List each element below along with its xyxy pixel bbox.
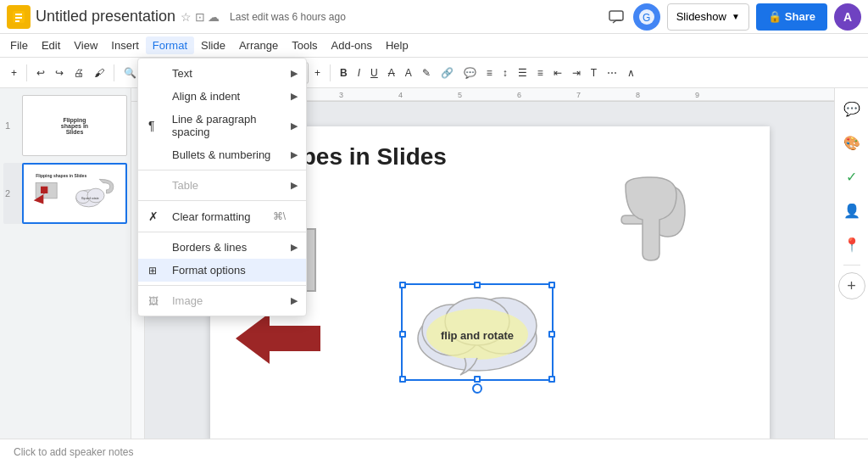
- redo-button[interactable]: ↪: [51, 61, 68, 85]
- svg-text:9: 9: [695, 91, 699, 99]
- link-button[interactable]: 🔗: [437, 61, 458, 85]
- bullets-submenu-arrow: ▶: [291, 149, 298, 160]
- bullets-button[interactable]: ☰: [514, 61, 531, 85]
- svg-rect-4: [609, 11, 623, 20]
- undo-button[interactable]: ↩: [32, 61, 49, 85]
- sidebar-maps-btn[interactable]: 📍: [838, 231, 865, 258]
- menu-tools[interactable]: Tools: [285, 36, 324, 54]
- image-submenu-arrow: ▶: [291, 295, 298, 306]
- toolbar-sep-5: [330, 64, 331, 81]
- speaker-notes[interactable]: Click to add speaker notes: [0, 439, 868, 464]
- svg-marker-23: [236, 313, 320, 364]
- menu-format[interactable]: Format: [146, 36, 194, 54]
- borders-submenu-arrow: ▶: [291, 242, 298, 253]
- slideshow-button[interactable]: Slideshow ▼: [667, 3, 749, 31]
- avatar[interactable]: A: [834, 3, 861, 31]
- slide-thumb-2[interactable]: 2 Flipping shapes in Slides flip and rot…: [3, 163, 127, 224]
- share-button[interactable]: 🔒 Share: [756, 3, 827, 31]
- menu-bullets-item[interactable]: Bullets & numbering ▶: [138, 143, 306, 166]
- cloud-container[interactable]: flip and rotate: [397, 275, 558, 394]
- menu-format-options-item[interactable]: ⊞ Format options: [138, 259, 306, 282]
- menu-divider-3: [138, 232, 306, 232]
- svg-text:flip and rotate: flip and rotate: [81, 197, 98, 200]
- slideshow-label: Slideshow: [676, 10, 726, 23]
- svg-text:4: 4: [398, 91, 403, 99]
- image-label: Image: [172, 294, 203, 307]
- svg-point-11: [87, 188, 104, 203]
- strikethrough-button[interactable]: A: [384, 61, 399, 85]
- sidebar-person-btn[interactable]: 👤: [838, 197, 865, 224]
- lock-icon: 🔒: [768, 10, 782, 23]
- image-icon: 🖼: [148, 295, 165, 307]
- text-color-button[interactable]: A: [401, 61, 416, 85]
- sidebar-theme-btn[interactable]: 🎨: [838, 129, 865, 156]
- menu-file[interactable]: File: [3, 36, 35, 54]
- svg-text:8: 8: [636, 91, 640, 99]
- menu-slide[interactable]: Slide: [194, 36, 232, 54]
- menu-arrange[interactable]: Arrange: [232, 36, 285, 54]
- svg-rect-3: [15, 20, 19, 22]
- toolbar-sep-2: [114, 64, 114, 81]
- shape-arrow[interactable]: [600, 169, 702, 271]
- line-spacing-button2[interactable]: ↕: [498, 61, 512, 85]
- underline-button[interactable]: U: [366, 61, 382, 85]
- slide-num-2: 2: [5, 188, 10, 198]
- menu-text-item[interactable]: Text ▶: [138, 62, 306, 85]
- slide-num-1: 1: [5, 120, 10, 131]
- google-accounts-button[interactable]: G: [633, 3, 660, 31]
- font-plus-button[interactable]: +: [310, 61, 325, 85]
- slide-thumb-inner-2: Flipping shapes in Slides flip and rotat…: [22, 163, 127, 224]
- menu-clear-fmt-item[interactable]: ✗ Clear formatting ⌘\: [138, 204, 306, 228]
- sidebar-add-btn[interactable]: +: [838, 272, 865, 299]
- menu-line-spacing-item[interactable]: ¶ Line & paragraph spacing ▶: [138, 108, 306, 143]
- main-layout: 1 Flipping shapes in Slides 2 Flipping s…: [0, 88, 868, 464]
- svg-text:Flipping shapes in Slides: Flipping shapes in Slides: [36, 173, 86, 178]
- format-options-label: Format options: [172, 264, 246, 277]
- ruler-svg: 2 3 4 5 6 7 8 9: [267, 88, 834, 102]
- print-button[interactable]: 🖨: [70, 61, 88, 85]
- borders-label: Borders & lines: [172, 241, 247, 254]
- svg-rect-2: [15, 17, 22, 19]
- star-icon[interactable]: ☆: [181, 10, 192, 24]
- menu-bar: File Edit View Insert Format Slide Arran…: [0, 34, 868, 58]
- menu-addons[interactable]: Add-ons: [325, 36, 379, 54]
- align-button[interactable]: ≡: [482, 61, 497, 85]
- share-label: Share: [785, 10, 815, 23]
- menu-help[interactable]: Help: [379, 36, 415, 54]
- sidebar-chat-btn[interactable]: 💬: [838, 95, 865, 122]
- text-label: Text: [172, 67, 192, 80]
- more-options-button[interactable]: ⋯: [603, 61, 621, 85]
- slide-thumb-inner-1: Flipping shapes in Slides: [22, 95, 127, 156]
- menu-insert[interactable]: Insert: [104, 36, 146, 54]
- top-bar: Untitled presentation ☆ ⊡ ☁ Last edit wa…: [0, 0, 868, 34]
- indent-more-button[interactable]: ⇥: [568, 61, 585, 85]
- chat-button[interactable]: [603, 3, 630, 31]
- bold-button[interactable]: B: [336, 61, 352, 85]
- app-icon: [7, 5, 31, 29]
- rotate-handle[interactable]: [472, 383, 482, 394]
- svg-text:5: 5: [458, 91, 462, 99]
- slide-thumb-1[interactable]: 1 Flipping shapes in Slides: [3, 95, 127, 156]
- indent-less-button[interactable]: ⇤: [549, 61, 566, 85]
- highlight-button[interactable]: ✎: [418, 61, 435, 85]
- doc-title: Untitled presentation: [36, 8, 175, 25]
- comment-button[interactable]: 💬: [459, 61, 481, 85]
- svg-rect-1: [15, 14, 22, 15]
- menu-align-indent-item[interactable]: Align & indent ▶: [138, 85, 306, 108]
- collapse-button[interactable]: ∧: [623, 61, 639, 85]
- format-options-icon: ⊞: [148, 265, 165, 277]
- paint-format-button[interactable]: 🖌: [90, 61, 108, 85]
- clear-format-button[interactable]: T: [587, 61, 601, 85]
- right-sidebar: 💬 🎨 ✓ 👤 📍 +: [834, 88, 868, 464]
- cloud-icon: ☁: [208, 10, 220, 24]
- sidebar-check-btn[interactable]: ✓: [838, 163, 865, 190]
- menu-view[interactable]: View: [67, 36, 104, 54]
- menu-borders-item[interactable]: Borders & lines ▶: [138, 236, 306, 259]
- slide-panel: 1 Flipping shapes in Slides 2 Flipping s…: [0, 88, 131, 464]
- line-spacing-icon: ¶: [148, 119, 165, 132]
- numbered-list-button[interactable]: ≡: [533, 61, 548, 85]
- add-button[interactable]: +: [7, 61, 21, 85]
- menu-edit[interactable]: Edit: [35, 36, 67, 54]
- last-edit-text: Last edit was 6 hours ago: [230, 11, 346, 23]
- italic-button[interactable]: I: [353, 61, 364, 85]
